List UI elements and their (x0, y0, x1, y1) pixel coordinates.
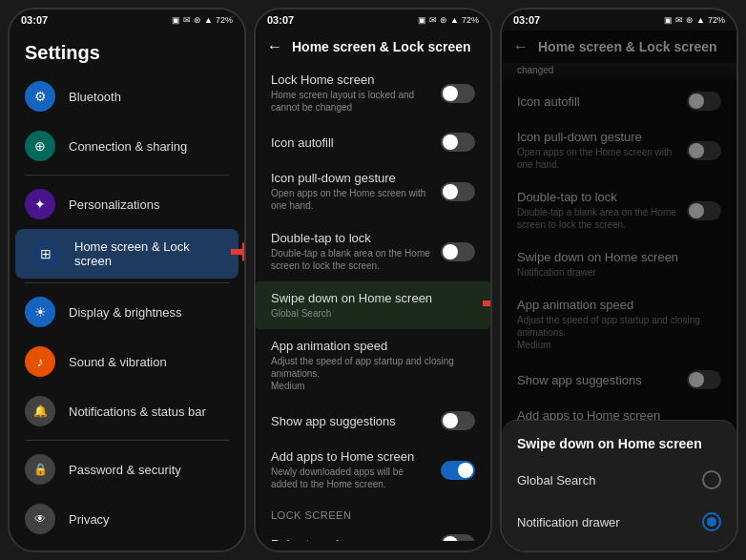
homescreen-label: Home screen & Lock screen (74, 239, 223, 268)
pull-down-label: Icon pull-down gesture (271, 171, 431, 185)
settings-item-sound[interactable]: ♪ Sound & vibration (10, 337, 244, 386)
time-1: 03:07 (21, 14, 48, 26)
add-apps-label: Add apps to Home screen (271, 449, 431, 464)
detail-lock-home[interactable]: Lock Home screen Home screen layout is l… (256, 63, 490, 123)
screen-2-content: ← Home screen & Lock screen Lock Home sc… (256, 31, 490, 550)
settings-item-safety[interactable]: ⚠ Safety & emergency (10, 544, 244, 550)
detail-show-suggestions[interactable]: Show app suggestions (256, 402, 490, 440)
time-3: 03:07 (513, 14, 540, 26)
settings-item-privacy[interactable]: 👁 Privacy (10, 494, 244, 544)
settings-item-homescreen[interactable]: ⊞ Home screen & Lock screen (15, 229, 238, 279)
lock-home-sub: Home screen layout is locked and cannot … (271, 89, 431, 114)
double-tap-lock-sub: Double-tap a blank area on the Home scre… (271, 247, 431, 272)
notifications-label: Notifications & status bar (69, 404, 206, 419)
icon-autofill-toggle[interactable] (441, 133, 475, 152)
double-tap-lock-toggle[interactable] (441, 242, 475, 261)
detail-title-2: Home screen & Lock screen (292, 39, 471, 54)
settings-item-notifications[interactable]: 🔔 Notifications & status bar (10, 386, 244, 436)
raise-wake-label: Raise to wake (271, 537, 431, 542)
sound-icon: ♪ (25, 346, 55, 377)
bluetooth-label: Bluetooth (69, 90, 121, 104)
detail-double-tap-lock[interactable]: Double-tap to lock Double-tap a blank ar… (256, 221, 490, 281)
global-search-radio[interactable] (702, 470, 721, 489)
detail-pull-down[interactable]: Icon pull-down gesture Open apps on the … (256, 161, 490, 221)
detail-raise-wake[interactable]: Raise to wake (256, 525, 490, 541)
bluetooth-icon: ⚙ (25, 81, 55, 112)
detail-app-animation[interactable]: App animation speed Adjust the speed of … (256, 329, 490, 402)
connection-label: Connection & sharing (69, 139, 187, 154)
fade-top-3: changed (502, 63, 736, 82)
svg-rect-1 (231, 249, 244, 255)
status-icons-3: ▣ ✉ ⊛ ▲ 72% (664, 15, 725, 25)
settings-item-connection[interactable]: ⊕ Connection & sharing (10, 121, 244, 171)
status-bar-3: 03:07 ▣ ✉ ⊛ ▲ 72% (502, 10, 736, 31)
settings-item-display[interactable]: ☀ Display & brightness (10, 287, 244, 337)
status-icons-1: ▣ ✉ ⊛ ▲ 72% (172, 15, 233, 25)
divider-1 (25, 175, 229, 176)
status-bar-2: 03:07 ▣ ✉ ⊛ ▲ 72% (256, 10, 490, 31)
detail-icon-autofill[interactable]: Icon autofill (256, 123, 490, 161)
swipe-down-sub: Global Search (271, 307, 466, 320)
arrow-annotation-1 (231, 240, 244, 267)
double-tap-lock-label: Double-tap to lock (271, 231, 431, 245)
detail-swipe-down[interactable]: Swipe down on Home screen Global Search (256, 281, 490, 329)
status-bar-1: 03:07 ▣ ✉ ⊛ ▲ 72% (10, 10, 244, 31)
lock-home-label: Lock Home screen (271, 73, 431, 87)
back-button-2[interactable]: ← (267, 38, 282, 55)
raise-wake-toggle[interactable] (441, 534, 475, 541)
radio-global-search[interactable]: Global Search (502, 459, 736, 501)
global-search-label: Global Search (517, 473, 595, 487)
detail-header-2: ← Home screen & Lock screen (256, 31, 490, 63)
privacy-label: Privacy (69, 512, 110, 527)
bottom-sheet: Swipe down on Home screen Global Search … (502, 420, 736, 550)
add-apps-sub: Newly downloaded apps will be added to t… (271, 466, 431, 490)
swipe-down-label: Swipe down on Home screen (271, 291, 466, 305)
personalization-icon: ✦ (25, 189, 55, 219)
phone-2: 03:07 ▣ ✉ ⊛ ▲ 72% ← Home screen & Lock s… (254, 8, 492, 552)
password-icon: 🔒 (25, 454, 55, 485)
display-label: Display & brightness (69, 305, 182, 320)
app-animation-sub: Adjust the speed of app startup and clos… (271, 355, 466, 392)
arrow-annotation-2 (483, 292, 490, 319)
pull-down-toggle[interactable] (441, 182, 475, 201)
lock-home-toggle[interactable] (441, 84, 475, 103)
divider-3 (25, 440, 229, 441)
detail-add-apps[interactable]: Add apps to Home screen Newly downloaded… (256, 440, 490, 500)
privacy-icon: 👁 (25, 504, 55, 534)
divider-2 (25, 282, 229, 283)
display-icon: ☀ (25, 297, 55, 327)
screen-1-content: Settings ⚙ Bluetooth ⊕ Connection & shar… (10, 31, 244, 550)
show-suggestions-label: Show app suggestions (271, 414, 431, 428)
settings-item-password[interactable]: 🔒 Password & security (10, 445, 244, 494)
phone-1: 03:07 ▣ ✉ ⊛ ▲ 72% Settings ⚙ Bluetooth ⊕… (8, 8, 246, 552)
settings-header: Settings (10, 31, 244, 72)
settings-item-bluetooth[interactable]: ⚙ Bluetooth (10, 72, 244, 121)
notification-drawer-radio[interactable] (702, 512, 721, 531)
screen-3-content: ← Home screen & Lock screen changed Icon… (502, 31, 736, 550)
homescreen-icon: ⊞ (31, 239, 61, 269)
add-apps-toggle[interactable] (441, 461, 475, 480)
connection-icon: ⊕ (25, 131, 55, 161)
detail-scroll-2: Lock Home screen Home screen layout is l… (256, 63, 490, 541)
notifications-icon: 🔔 (25, 396, 55, 426)
sound-label: Sound & vibration (69, 355, 167, 369)
svg-rect-3 (483, 301, 490, 306)
screenshot-container: 03:07 ▣ ✉ ⊛ ▲ 72% Settings ⚙ Bluetooth ⊕… (0, 0, 746, 560)
status-icons-2: ▣ ✉ ⊛ ▲ 72% (418, 15, 479, 25)
phone-3: 03:07 ▣ ✉ ⊛ ▲ 72% ← Home screen & Lock s… (500, 8, 738, 552)
password-label: Password & security (69, 463, 181, 477)
radio-notification-drawer[interactable]: Notification drawer (502, 501, 736, 543)
icon-autofill-label: Icon autofill (271, 135, 431, 150)
app-animation-label: App animation speed (271, 339, 466, 353)
show-suggestions-toggle[interactable] (441, 411, 475, 430)
notification-drawer-label: Notification drawer (517, 515, 620, 529)
personalization-label: Personalizations (69, 197, 159, 212)
pull-down-sub: Open apps on the Home screen with one ha… (271, 187, 431, 212)
settings-item-personalization[interactable]: ✦ Personalizations (10, 179, 244, 229)
lock-screen-section: LOCK SCREEN (256, 500, 490, 525)
changed-label: changed (502, 63, 736, 77)
time-2: 03:07 (267, 14, 294, 26)
bottom-sheet-title: Swipe down on Home screen (502, 421, 736, 459)
